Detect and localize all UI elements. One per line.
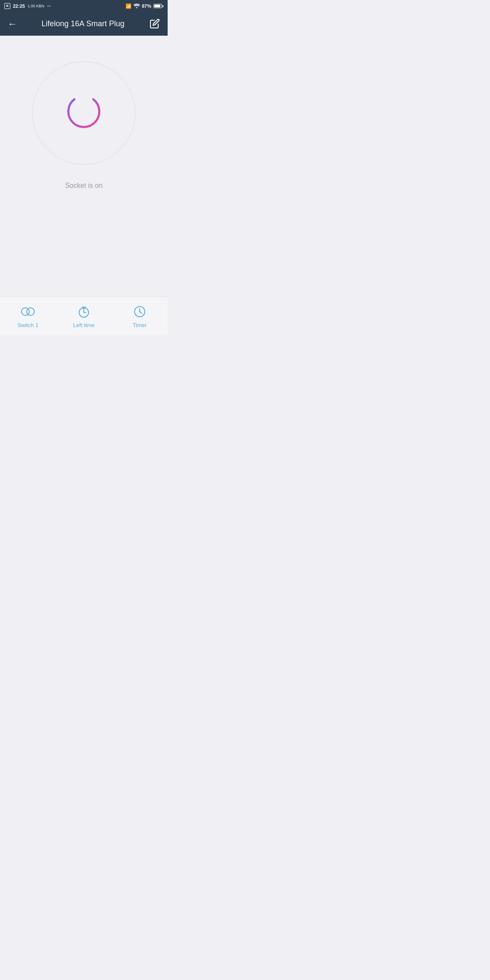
menu-dots: ···: [47, 3, 51, 9]
nav-label-switch1: Switch 1: [17, 322, 38, 328]
wifi-icon: [134, 3, 140, 9]
nav-item-timer[interactable]: Timer: [112, 304, 168, 328]
edit-button[interactable]: [149, 18, 160, 30]
network-speed: 1.00 KB/s: [28, 4, 44, 8]
time-display: 22:25: [13, 3, 25, 9]
battery-percent: 87%: [142, 3, 151, 9]
back-button[interactable]: ←: [8, 18, 17, 30]
power-button[interactable]: [49, 79, 118, 147]
nav-item-switch1[interactable]: Switch 1: [0, 304, 56, 328]
main-content: Socket is on: [0, 36, 168, 297]
power-ring-outer: [32, 61, 135, 165]
page-title: Lifelong 16A Smart Plug: [17, 19, 149, 28]
lefttime-icon: [76, 304, 92, 319]
socket-status: Socket is on: [65, 182, 102, 190]
power-icon: [58, 87, 110, 139]
switch-icon: [20, 304, 36, 319]
bluetooth-icon: 📶: [126, 3, 132, 9]
status-bar-right: 📶 87%: [126, 3, 163, 9]
timer-icon: [132, 304, 147, 319]
bottom-nav: Switch 1 Left time Timer: [0, 297, 168, 335]
nav-label-timer: Timer: [133, 322, 147, 328]
navigation-header: ← Lifelong 16A Smart Plug: [0, 12, 168, 36]
nav-label-lefttime: Left time: [73, 322, 95, 328]
battery-icon: [153, 4, 163, 8]
svg-point-2: [27, 308, 34, 315]
notification-icon: ✕: [4, 3, 10, 9]
svg-point-11: [139, 311, 141, 312]
status-bar-left: ✕ 22:25 1.00 KB/s ···: [4, 3, 51, 9]
status-bar: ✕ 22:25 1.00 KB/s ··· 📶 87%: [0, 0, 168, 12]
nav-item-lefttime[interactable]: Left time: [56, 304, 112, 328]
